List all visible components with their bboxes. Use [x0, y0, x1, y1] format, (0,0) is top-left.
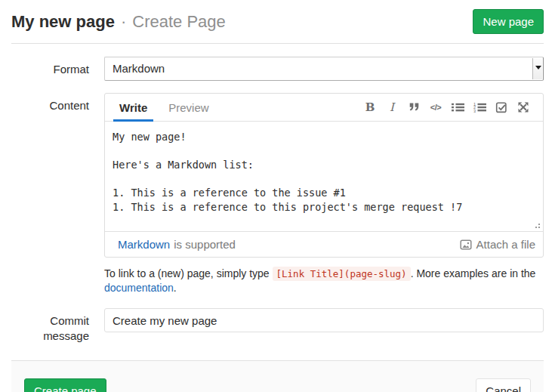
commit-message-input[interactable] — [104, 308, 544, 332]
tab-preview[interactable]: Preview — [167, 94, 210, 121]
markdown-supported-note: Markdown is supported — [118, 238, 236, 251]
format-select[interactable]: Markdown — [104, 57, 544, 81]
page-title-subtitle: Create Page — [132, 12, 226, 32]
bold-icon[interactable]: B — [363, 100, 377, 114]
cancel-button[interactable]: Cancel — [476, 378, 531, 392]
task-list-icon[interactable] — [495, 100, 508, 114]
form-actions: Create page Cancel — [11, 360, 544, 392]
editor-toolbar: B I </> — [363, 94, 530, 121]
content-textarea[interactable]: My new page! Here's a Markdown list: 1. … — [105, 122, 543, 231]
markdown-editor: Write Preview B I — [104, 93, 544, 258]
markdown-link[interactable]: Markdown — [118, 238, 170, 251]
wiki-create-page: My new page · Create Page New page Forma… — [0, 0, 555, 392]
format-row: Format Markdown — [11, 57, 544, 81]
tab-preview-label: Preview — [168, 101, 208, 114]
title-separator: · — [121, 12, 126, 32]
quote-icon[interactable] — [407, 100, 421, 114]
commit-row: Commit message — [11, 308, 544, 344]
create-page-button[interactable]: Create page — [24, 378, 106, 392]
inline-code: [Link Title](page-slug) — [273, 267, 411, 281]
code-icon[interactable]: </> — [429, 100, 442, 114]
page-header: My new page · Create Page New page — [11, 0, 544, 44]
documentation-link[interactable]: documentation — [104, 282, 174, 294]
numbered-list-icon[interactable]: 1 2 3 — [473, 100, 486, 114]
markdown-supported-text: is supported — [174, 238, 236, 251]
page-title: My new page · Create Page — [11, 12, 226, 32]
chevron-down-icon — [535, 66, 541, 69]
italic-icon[interactable]: I — [385, 100, 399, 114]
format-label: Format — [11, 57, 89, 81]
help-after-code: . More examples are in the — [411, 267, 536, 279]
image-icon — [460, 239, 472, 251]
format-select-value: Markdown — [113, 62, 165, 75]
svg-text:3: 3 — [473, 109, 476, 113]
help-before-code: To link to a (new) page, simply type — [104, 267, 273, 279]
help-text: To link to a (new) page, simply type [Li… — [104, 267, 544, 295]
editor-footer: Markdown is supported Attach a file — [105, 231, 543, 257]
attach-file-label: Attach a file — [476, 238, 535, 251]
textarea-wrapper: My new page! Here's a Markdown list: 1. … — [105, 122, 543, 231]
fullscreen-icon[interactable] — [516, 100, 530, 114]
attach-file-button[interactable]: Attach a file — [460, 238, 535, 251]
tab-write[interactable]: Write — [118, 94, 149, 121]
help-after-link: . — [174, 282, 177, 294]
tab-write-label: Write — [119, 101, 147, 114]
editor-tabs: Write Preview — [118, 94, 211, 121]
commit-message-label: Commit message — [11, 308, 89, 344]
bullet-list-icon[interactable] — [451, 100, 464, 114]
page-title-main: My new page — [11, 12, 115, 32]
new-page-button[interactable]: New page — [473, 9, 544, 34]
content-label: Content — [11, 93, 89, 295]
content-row: Content Write Preview B I — [11, 93, 544, 295]
editor-header: Write Preview B I — [105, 94, 543, 122]
